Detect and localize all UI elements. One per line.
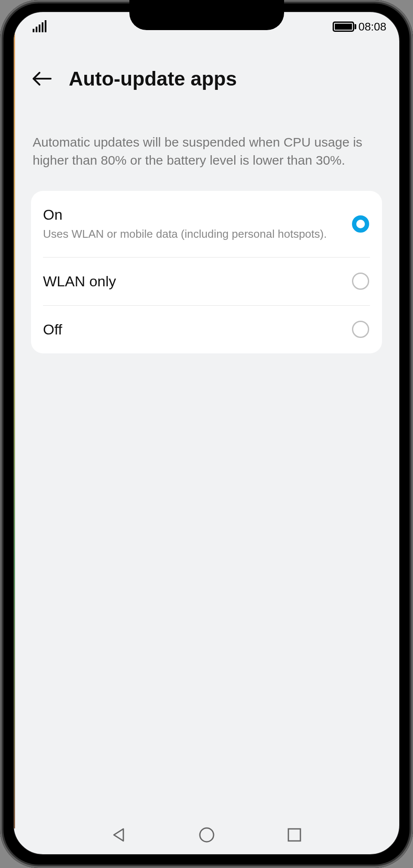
options-card: On Uses WLAN or mobile data (including p…: [31, 191, 382, 353]
signal-strength-icon: [33, 21, 46, 32]
option-on[interactable]: On Uses WLAN or mobile data (including p…: [31, 191, 382, 257]
radio-unchecked-icon: [352, 321, 369, 338]
status-left: [33, 21, 46, 32]
battery-icon: [333, 21, 354, 32]
status-right: 08:08: [333, 20, 386, 34]
option-title: Off: [43, 321, 343, 338]
svg-point-2: [200, 828, 214, 842]
back-arrow-icon[interactable]: [31, 71, 52, 86]
option-wlan-only[interactable]: WLAN only: [31, 257, 382, 305]
option-off[interactable]: Off: [31, 305, 382, 353]
status-clock: 08:08: [358, 20, 386, 34]
option-title: WLAN only: [43, 273, 343, 290]
page-description: Automatic updates will be suspended when…: [14, 107, 399, 169]
phone-frame: 08:08 Auto-update apps Automatic updates…: [0, 0, 413, 868]
nav-home-icon[interactable]: [197, 825, 216, 844]
svg-marker-1: [114, 829, 123, 841]
screen: 08:08 Auto-update apps Automatic updates…: [13, 11, 400, 855]
nav-back-icon[interactable]: [110, 825, 128, 844]
option-title: On: [43, 206, 343, 223]
system-nav-bar: [14, 816, 399, 854]
svg-rect-3: [288, 829, 300, 841]
page-header: Auto-update apps: [14, 41, 399, 107]
option-subtitle: Uses WLAN or mobile data (including pers…: [43, 227, 343, 242]
radio-unchecked-icon: [352, 273, 369, 290]
status-bar: 08:08: [14, 12, 399, 41]
radio-checked-icon: [352, 215, 369, 233]
page-title: Auto-update apps: [69, 67, 237, 90]
nav-recent-icon[interactable]: [285, 825, 304, 844]
